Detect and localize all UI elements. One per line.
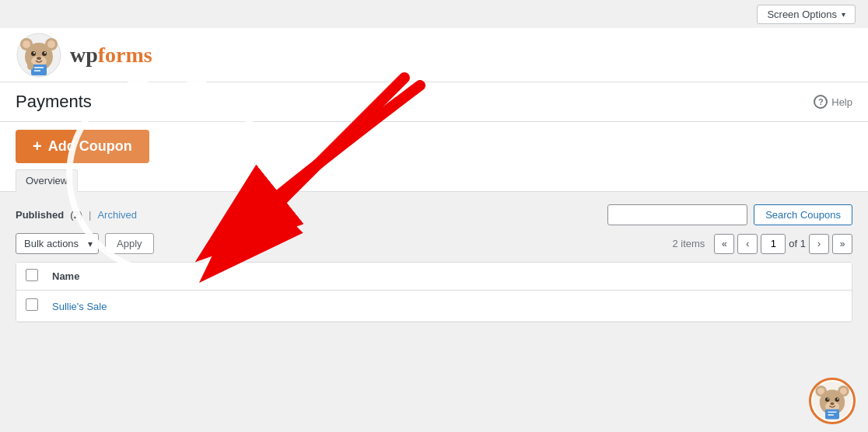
row-checkbox[interactable] [26,298,38,311]
search-input[interactable] [607,204,747,225]
screen-options-arrow: ▾ [842,10,845,19]
prev-page-button[interactable]: ‹ [737,234,758,254]
tabs-row: Overview [0,163,868,192]
bulk-actions-select[interactable]: Bulk actions [16,233,99,254]
header-checkbox-col [26,269,44,284]
svg-point-9 [33,52,35,54]
select-all-checkbox[interactable] [26,269,38,281]
actions-row: Bulk actions Apply 2 items « ‹ of 1 › » [16,233,852,254]
screen-options-button[interactable]: Screen Options ▾ [757,5,856,24]
coupon-name-link[interactable]: Sullie's Sale [52,301,107,312]
bulk-actions-wrapper: Bulk actions [16,233,99,254]
help-label: Help [831,96,852,108]
page-title-row: Payments ? Help [0,82,868,122]
archived-link[interactable]: Archived [97,209,137,221]
items-count: 2 items [672,238,705,249]
row-name-col: Sullie's Sale [52,300,107,312]
screen-options-label: Screen Options [767,9,837,20]
table-row: Sullie's Sale [16,291,852,322]
bear-avatar [809,378,856,424]
pagination: 2 items « ‹ of 1 › » [672,234,852,254]
svg-point-28 [830,402,834,406]
logo-forms: forms [98,43,152,67]
content-area: Published (2) | Archived Search Coupons … [0,192,868,335]
last-page-button[interactable]: » [832,234,852,254]
bear-avatar-icon [811,380,853,422]
top-bar: Screen Options ▾ [0,0,868,28]
wpforms-logo-icon [16,32,62,78]
logo-wp: wp [70,43,98,67]
svg-point-24 [825,398,829,402]
filter-row: Published (2) | Archived Search Coupons [16,204,852,225]
table-header: Name [16,263,852,291]
apply-button[interactable]: Apply [105,233,154,254]
tab-overview[interactable]: Overview [16,169,78,192]
svg-point-15 [27,62,33,70]
page-title: Payments [16,92,92,112]
filter-right: Search Coupons [607,204,852,225]
svg-point-8 [42,51,47,56]
filter-separator: | [89,209,91,221]
help-icon: ? [814,95,828,109]
page-of-label: of 1 [789,238,806,249]
filter-left: Published (2) | Archived [16,209,137,221]
wpforms-logo-text: wpforms [70,43,152,68]
svg-point-25 [835,398,839,402]
svg-point-4 [23,40,30,48]
add-coupon-label: Add Coupon [48,138,132,155]
add-coupon-plus-icon: + [33,138,42,155]
svg-point-10 [44,52,46,54]
svg-point-5 [47,40,55,48]
column-name-header: Name [52,270,79,282]
svg-point-27 [837,398,838,399]
help-link[interactable]: ? Help [814,95,852,109]
published-count: (2) [70,209,82,221]
add-coupon-button[interactable]: + Add Coupon [16,130,149,163]
logo-area: wpforms [16,32,152,78]
svg-rect-29 [825,409,839,420]
next-page-button[interactable]: › [809,234,829,254]
tab-overview-label: Overview [26,175,68,186]
header: wpforms [0,28,868,82]
add-coupon-row: + Add Coupon [0,122,868,163]
svg-point-11 [37,57,41,60]
page-number-input[interactable] [761,234,786,254]
coupons-table: Name Sullie's Sale [16,262,852,322]
first-page-button[interactable]: « [714,234,734,254]
published-label: Published [16,209,64,221]
svg-point-7 [31,51,36,56]
svg-rect-12 [31,64,47,75]
actions-left: Bulk actions Apply [16,233,154,254]
search-coupons-button[interactable]: Search Coupons [754,204,852,225]
svg-point-26 [828,398,829,399]
row-checkbox-col [26,298,44,313]
